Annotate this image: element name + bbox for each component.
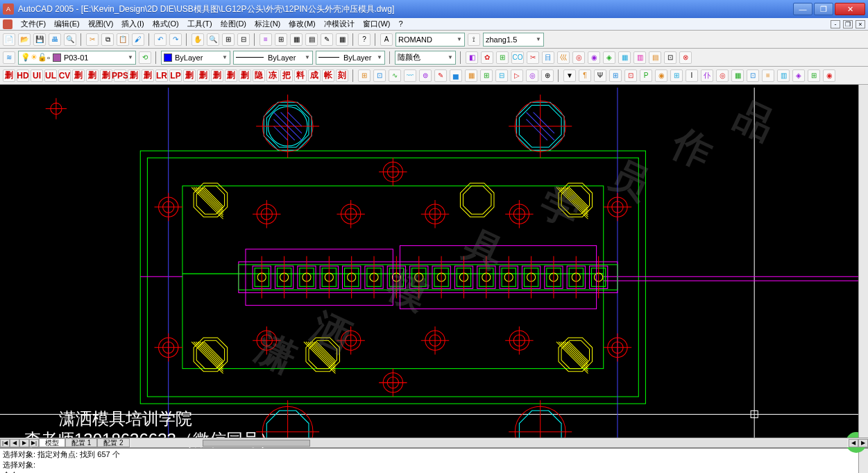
custom-icon-11[interactable]: ▥	[633, 51, 646, 64]
custom-icon-5[interactable]: 目	[542, 51, 554, 64]
text-btn-20[interactable]: 把	[280, 69, 293, 82]
die-icon-25[interactable]: ▦	[731, 69, 744, 82]
layout-tab-0[interactable]: 模型	[39, 438, 65, 447]
layer-manager-button[interactable]: ≋	[3, 51, 15, 64]
custom-icon-8[interactable]: ◉	[588, 51, 600, 64]
custom-co-button[interactable]: CO	[511, 51, 524, 64]
markup-button[interactable]: ✎	[321, 33, 333, 46]
textstyle-combo[interactable]: ROMAND▼	[395, 33, 465, 47]
die-icon-20[interactable]: ◉	[655, 69, 667, 82]
minimize-button[interactable]: —	[793, 3, 812, 15]
die-icon-22[interactable]: I	[686, 69, 698, 82]
tab-last-button[interactable]: ▶|	[29, 439, 39, 447]
tab-first-button[interactable]: |◀	[0, 439, 10, 447]
qcalc-button[interactable]: ▦	[336, 33, 348, 46]
text-btn-10[interactable]: 删	[142, 69, 154, 82]
custom-icon-3[interactable]: ⊞	[496, 51, 509, 64]
die-icon-9[interactable]: ⊞	[480, 69, 493, 82]
mdi-restore-button[interactable]: ❐	[843, 20, 853, 28]
die-icon-29[interactable]: ◈	[792, 69, 805, 82]
die-icon-23[interactable]: 仆	[701, 69, 713, 82]
designcenter-button[interactable]: ⊞	[275, 33, 287, 46]
die-icon-7[interactable]: ▅	[450, 69, 462, 82]
menu-5[interactable]: 工具(T)	[183, 19, 216, 28]
zoom-window-button[interactable]: ⊞	[222, 33, 235, 46]
text-btn-19[interactable]: 冻	[266, 69, 279, 82]
menu-7[interactable]: 标注(N)	[250, 19, 284, 28]
text-btn-16[interactable]: 删	[225, 69, 237, 82]
layer-combo[interactable]: 💡☀🔓▫ P03-01 ▼	[18, 51, 136, 65]
die-icon-2[interactable]: ⊡	[373, 69, 386, 82]
copy-button[interactable]: ⧉	[101, 33, 114, 46]
custom-icon-1[interactable]: ◧	[466, 51, 478, 64]
text-btn-4[interactable]: CV	[58, 69, 71, 82]
menu-0[interactable]: 文件(F)	[17, 19, 50, 28]
die-icon-1[interactable]: ⊞	[358, 69, 371, 82]
plot-button[interactable]: 🖶	[49, 33, 61, 46]
die-icon-19[interactable]: P	[640, 69, 652, 82]
custom-icon-14[interactable]: ⊗	[679, 51, 692, 64]
dimstyle-combo[interactable]: zhang1.5▼	[483, 33, 544, 47]
text-btn-15[interactable]: 删	[211, 69, 223, 82]
undo-button[interactable]: ↶	[154, 33, 167, 46]
die-icon-14[interactable]: ▼	[563, 69, 576, 82]
cmd-prompt[interactable]: 命令:	[3, 470, 856, 473]
menu-3[interactable]: 插入(I)	[117, 19, 148, 28]
die-icon-21[interactable]: ⊞	[670, 69, 683, 82]
menu-1[interactable]: 编辑(E)	[50, 19, 84, 28]
new-button[interactable]: 📄	[3, 33, 15, 46]
zoom-button[interactable]: 🔍	[207, 33, 219, 46]
open-button[interactable]: 📂	[18, 33, 31, 46]
text-btn-18[interactable]: 隐	[253, 69, 265, 82]
plotcolor-combo[interactable]: 随颜色 ▼	[395, 51, 456, 65]
lineweight-combo[interactable]: ByLayer ▼	[316, 51, 385, 65]
die-icon-26[interactable]: ⊡	[747, 69, 759, 82]
die-icon-30[interactable]: ⊞	[808, 69, 820, 82]
text-btn-24[interactable]: 刻	[336, 69, 348, 82]
tab-prev-button[interactable]: ◀	[10, 439, 19, 447]
custom-icon-12[interactable]: ▤	[649, 51, 661, 64]
linetype-combo[interactable]: ByLayer ▼	[233, 51, 313, 65]
custom-icon-2[interactable]: ✿	[481, 51, 493, 64]
toolpalette-button[interactable]: ▦	[290, 33, 303, 46]
dimstyle-icon[interactable]: ⟟	[468, 33, 480, 46]
die-icon-4[interactable]: 〰	[404, 69, 416, 82]
maximize-button[interactable]: ❐	[814, 3, 833, 15]
die-icon-6[interactable]: ✎	[434, 69, 447, 82]
close-button[interactable]: ✕	[835, 3, 865, 15]
vertical-scrollbar[interactable]	[858, 85, 868, 438]
text-btn-0[interactable]: 删	[3, 69, 15, 82]
textstyle-icon[interactable]: A	[380, 33, 393, 46]
die-icon-24[interactable]: ◎	[716, 69, 729, 82]
layer-prev-button[interactable]: ⟲	[139, 51, 151, 64]
layout-tab-1[interactable]: 配置 1	[65, 438, 97, 447]
menu-4[interactable]: 格式(O)	[148, 19, 183, 28]
text-btn-7[interactable]: 删	[100, 69, 112, 82]
text-btn-8[interactable]: PPS	[114, 69, 126, 82]
die-icon-5[interactable]: ⊚	[419, 69, 432, 82]
text-btn-2[interactable]: UI	[31, 69, 43, 82]
hscroll-left-button[interactable]: ◀	[849, 439, 858, 447]
zoom-prev-button[interactable]: ⊟	[237, 33, 250, 46]
custom-icon-4[interactable]: ✂	[527, 51, 539, 64]
text-btn-23[interactable]: 帐	[322, 69, 334, 82]
text-btn-6[interactable]: 删	[86, 69, 99, 82]
text-btn-21[interactable]: 料	[294, 69, 307, 82]
cut-button[interactable]: ✂	[86, 33, 99, 46]
mdi-minimize-button[interactable]: -	[831, 20, 840, 28]
text-btn-22[interactable]: 成	[308, 69, 321, 82]
die-icon-12[interactable]: ◎	[526, 69, 538, 82]
doc-icon[interactable]	[3, 19, 12, 29]
color-combo[interactable]: ByLayer ▼	[161, 51, 230, 65]
layout-tab-2[interactable]: 配置 2	[97, 438, 129, 447]
drawing-area[interactable]: 潇洒模具学员作品 潇洒模具培训学院 李老师13018636633（微信同号） 3…	[0, 85, 868, 447]
cmd-scrollbar[interactable]	[858, 449, 868, 473]
save-button[interactable]: 💾	[33, 33, 46, 46]
die-icon-15[interactable]: ¶	[579, 69, 591, 82]
custom-icon-10[interactable]: ▦	[618, 51, 631, 64]
matchprop-button[interactable]: 🖌	[132, 33, 144, 46]
die-icon-18[interactable]: ⊡	[624, 69, 637, 82]
text-btn-17[interactable]: 删	[239, 69, 251, 82]
text-btn-1[interactable]: HD	[17, 69, 29, 82]
text-btn-12[interactable]: LP	[169, 69, 182, 82]
